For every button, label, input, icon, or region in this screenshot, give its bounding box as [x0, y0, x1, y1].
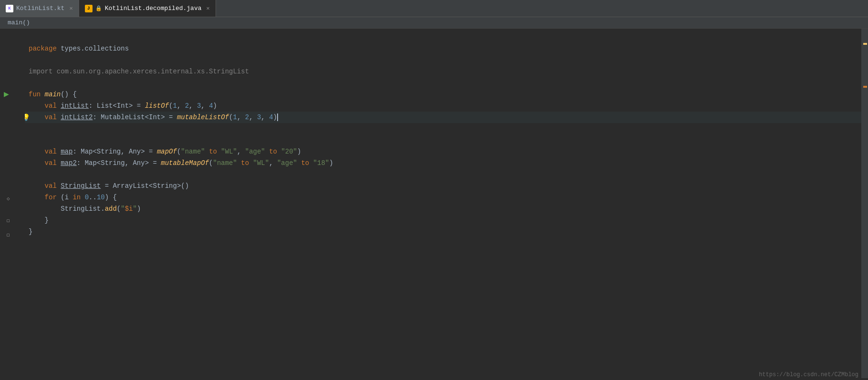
- kw-for: for: [45, 194, 61, 201]
- mutablelistof-open: (: [229, 113, 233, 121]
- kw-val-sl: val: [45, 182, 61, 190]
- fn-main: main: [45, 91, 61, 98]
- to-kw-3: to: [241, 159, 249, 167]
- to-kw-2: to: [269, 148, 277, 155]
- fn-listof: listOf: [145, 102, 169, 110]
- add-open: (: [117, 205, 121, 213]
- str-wl1: "WL": [221, 148, 237, 155]
- scrollbar-right[interactable]: [861, 29, 868, 378]
- str-wl2: "WL": [253, 159, 269, 167]
- code-line-1: [25, 31, 868, 43]
- var-map: map: [61, 148, 72, 155]
- code-line-intlist: val intList : List<Int> = listOf ( 1 , 2…: [25, 100, 868, 112]
- scrollbar-marker-1: [863, 43, 867, 45]
- num3: 3: [197, 102, 201, 110]
- keyword-package: package: [29, 45, 57, 52]
- tab-kotlin-close[interactable]: ✕: [69, 5, 72, 12]
- fold-icon-bot[interactable]: ◻: [7, 232, 10, 238]
- kw-val-map: val: [45, 148, 61, 155]
- indent-map2: [29, 159, 45, 167]
- sp4: [277, 148, 281, 155]
- code-line-5: [25, 77, 868, 89]
- tab-kotlin[interactable]: K KotlinList.kt ✕: [0, 0, 79, 17]
- code-line-for: for ( i in 0 .. 10 ) {: [25, 192, 868, 203]
- mnum2: 2: [245, 113, 249, 121]
- sp7: [297, 159, 301, 167]
- fn-mutablelistof: mutableListOf: [177, 113, 229, 121]
- type-map: : Map<String, Any> =: [72, 148, 156, 155]
- str-age2: "age": [277, 159, 297, 167]
- sp6: [249, 159, 253, 167]
- brace-close-for: }: [45, 216, 49, 224]
- sp1: [205, 148, 209, 155]
- mmapof-open: (: [209, 159, 213, 167]
- num1: 1: [173, 102, 176, 110]
- var-stringlist: StringList: [61, 182, 101, 190]
- str-18: "18": [313, 159, 330, 167]
- str-name1: "name": [181, 148, 205, 155]
- tab-java-close[interactable]: ✕: [207, 5, 210, 12]
- tab-java-label: KotlinList.decompiled.java: [105, 5, 202, 12]
- tab-java[interactable]: J 🔒 KotlinList.decompiled.java ✕: [79, 0, 216, 17]
- str-close-dollar: ": [133, 205, 136, 213]
- code-line-for-close: }: [25, 215, 868, 226]
- code-line-3: [25, 54, 868, 66]
- to-kw-4: to: [301, 159, 309, 167]
- hint-bulb-icon[interactable]: 💡: [25, 113, 30, 122]
- code-line-stringlist: val StringList = ArrayList <String>(): [25, 180, 868, 192]
- str-name2: "name": [213, 159, 237, 167]
- var-intlist: intList: [61, 102, 89, 110]
- fn-mutablemapof: mutableMapOf: [161, 159, 209, 167]
- sp8: [309, 159, 313, 167]
- var-i: i: [65, 194, 73, 201]
- kw-val-map2: val: [45, 159, 61, 167]
- code-line-map2: val map2 : Map<String, Any> = mutableMap…: [25, 157, 868, 169]
- to-kw-1: to: [209, 148, 217, 155]
- indent1: [29, 102, 45, 110]
- fold-icon-top[interactable]: ◇: [7, 195, 10, 202]
- mcomma2: ,: [249, 113, 257, 121]
- indent-map: [29, 148, 45, 155]
- fold-icon-mid[interactable]: ◻: [7, 217, 10, 224]
- package-name: types.collections: [57, 45, 129, 52]
- mcomma1: ,: [237, 113, 245, 121]
- comma-map2: ,: [269, 159, 277, 167]
- listof-close: ): [213, 102, 217, 110]
- sp2: [217, 148, 221, 155]
- indent-sl: [29, 182, 45, 190]
- code-line-fn-close: }: [25, 226, 868, 237]
- sl-type: <String>(): [149, 182, 189, 190]
- watermark-text: https://blog.csdn.net/CZMblog: [759, 371, 858, 378]
- gutter: ▶ ◇ ◻ ◻: [0, 29, 25, 378]
- mcomma3: ,: [261, 113, 269, 121]
- fn-mapof: mapOf: [157, 148, 177, 155]
- indent-add: [29, 205, 61, 213]
- code-line-9: [25, 123, 868, 134]
- comma-map1: ,: [237, 148, 245, 155]
- editor: ▶ ◇ ◻ ◻ package types.collections import…: [0, 29, 868, 378]
- cursor: [277, 113, 278, 121]
- add-close: ): [137, 205, 141, 213]
- range-start: 0: [85, 194, 89, 201]
- mnum1: 1: [233, 113, 237, 121]
- range-dots: ..: [89, 194, 97, 201]
- num4: 4: [209, 102, 213, 110]
- tab-bar: K KotlinList.kt ✕ J 🔒 KotlinList.decompi…: [0, 0, 868, 17]
- kw-val2: val: [45, 113, 61, 121]
- dot-add: .: [101, 205, 104, 213]
- listof-args: (: [169, 102, 173, 110]
- indent-for: [29, 194, 45, 201]
- sp3: [265, 148, 269, 155]
- code-line-import: import com.sun.org.apache.xerces.interna…: [25, 66, 868, 77]
- code-line-intlist2: 💡 val intList2 : MutableList<Int> = muta…: [25, 112, 868, 123]
- watermark: https://blog.csdn.net/CZMblog: [759, 371, 858, 378]
- code-area: package types.collections import com.sun…: [25, 29, 868, 378]
- brace-close-fn: }: [29, 228, 32, 236]
- mnum4: 4: [269, 113, 273, 121]
- run-arrow-icon[interactable]: ▶: [4, 89, 9, 99]
- kotlin-file-icon: K: [6, 5, 13, 12]
- breadcrumb: main(): [0, 17, 868, 29]
- for-close: ) {: [105, 194, 117, 201]
- keyword-fun: fun: [29, 91, 45, 98]
- code-line-add: StringList . add ( "$i" ): [25, 203, 868, 215]
